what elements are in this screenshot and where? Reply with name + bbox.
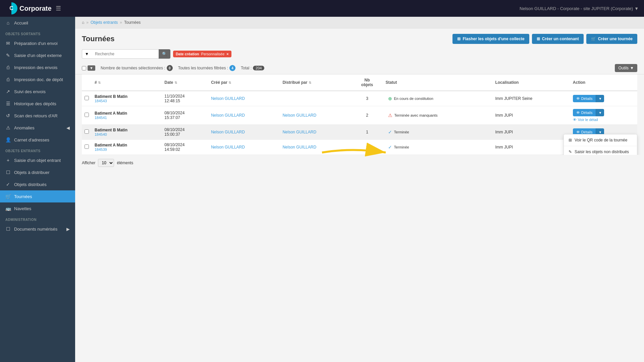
row-checkbox-3[interactable] (82, 125, 92, 140)
sidebar-item-documents[interactable]: ☐ Documents numérisés ▶ (0, 223, 75, 235)
sidebar: ⌂ Accueil OBJETS SORTANTS ✉ Préparation … (0, 17, 75, 362)
action-dropdown-1[interactable]: ▼ (596, 95, 604, 102)
total-label: Total : (241, 66, 252, 70)
home-icon: ⌂ (5, 20, 11, 25)
th-action: Action (570, 74, 637, 91)
row-checkbox-1[interactable] (82, 91, 92, 106)
row-loc-4: Imm JUPI (492, 140, 570, 155)
flash-button[interactable]: ⊞ Flasher les objets d'une collecte (452, 34, 529, 44)
row-checkbox-4[interactable] (82, 140, 92, 155)
sidebar-item-scan-retours[interactable]: ↺ Scan des retours d'AR (0, 110, 75, 122)
creer-tournee-label: Créer une tournée (598, 37, 633, 41)
action-dropdown-2[interactable]: ▼ (596, 109, 604, 116)
row-distribue-3[interactable]: Nelson GUILLARD (280, 125, 351, 140)
th-checkbox (82, 74, 92, 91)
scan-icon: ↺ (5, 113, 11, 118)
th-distribue-par[interactable]: Distribué par ⇅ (280, 74, 351, 91)
bus-icon: 🚌 (5, 206, 11, 211)
sidebar-item-accueil[interactable]: ⌂ Accueil (0, 17, 75, 29)
status-text-4: Terminée (394, 145, 409, 149)
qr-code-item[interactable]: ⊞ Voir le QR code de la tournée (564, 134, 637, 146)
details-button-2[interactable]: 👁 Détails (573, 109, 596, 116)
row-cree-2[interactable]: Nelson GUILLARD (208, 106, 280, 125)
select-dropdown-btn[interactable]: ▼ (88, 65, 95, 71)
sidebar-item-impression-depot[interactable]: ⎙ Impression doc. de dépôt (0, 73, 75, 85)
row-cree-1[interactable]: Nelson GUILLARD (208, 91, 280, 106)
table-row: Batiment A Matin 184541 08/10/202415:37:… (82, 106, 637, 125)
sidebar-item-carnet[interactable]: 👤 Carnet d'adresses (0, 134, 75, 146)
saisir-icon: ✎ (569, 149, 572, 154)
hamburger-icon[interactable]: ☰ (56, 5, 61, 12)
voir-detail-link-2[interactable]: 👁 Voir le détail (573, 118, 635, 122)
row-check-1[interactable] (85, 96, 89, 100)
row-distribue-4[interactable]: Nelson GUILLARD (280, 140, 351, 155)
row-distribue-2[interactable]: Nelson GUILLARD (280, 106, 351, 125)
breadcrumb-home-icon[interactable]: ⌂ (82, 20, 84, 25)
history-icon: ☰ (5, 101, 11, 106)
logo-text: Corporate (19, 5, 52, 12)
tools-label: Outils (618, 66, 629, 70)
select-all-checkbox[interactable] (82, 66, 86, 70)
sidebar-item-saisie-externe[interactable]: ✎ Saisie d'un objet externe (0, 49, 75, 61)
sidebar-item-navettes[interactable]: 🚌 Navettes (0, 202, 75, 215)
row-check-2[interactable] (85, 113, 89, 117)
sidebar-section-entrants: OBJETS ENTRANTS (0, 146, 75, 154)
saisir-objets-item[interactable]: ✎ Saisir les objets non distribués (564, 146, 637, 155)
th-nb-objets: Nbobjets (352, 74, 383, 91)
breadcrumb-objets-entrants[interactable]: Objets entrants (91, 20, 118, 25)
total-badge: 204 (253, 66, 264, 70)
pagination: Afficher 10 5 25 50 éléments (75, 155, 644, 171)
page-size-select[interactable]: 10 5 25 50 (98, 159, 114, 167)
status-text-2: Terminée avec manquants (394, 113, 437, 117)
row-date-3: 08/10/202415:00:37 (162, 125, 208, 140)
breadcrumb: ⌂ » Objets entrants » Tournées (75, 17, 644, 28)
row-action-1: 👁 Détails ▼ (570, 91, 637, 106)
row-nb-3: 1 (352, 125, 383, 140)
row-check-4[interactable] (85, 144, 89, 149)
sidebar-label-objets-distribuer: Objets à distribuer (14, 170, 50, 175)
cart-btn-icon: 🛒 (591, 37, 596, 41)
search-button[interactable]: 🔍 (159, 49, 170, 59)
filter-dropdown-btn[interactable]: ▼ (82, 49, 92, 59)
search-input[interactable] (92, 49, 159, 59)
sidebar-label-saisie-externe: Saisie d'un objet externe (14, 53, 62, 58)
row-cree-3[interactable]: Nelson GUILLARD (208, 125, 280, 140)
tools-button[interactable]: Outils ▼ (615, 64, 637, 72)
sidebar-label-preparation: Préparation d'un envoi (14, 41, 58, 46)
sidebar-item-historique[interactable]: ☰ Historique des dépôts (0, 98, 75, 110)
row-checkbox-2[interactable] (82, 106, 92, 125)
status-text-1: En cours de constitution (394, 97, 433, 101)
row-date-1: 11/10/202412:48:15 (162, 91, 208, 106)
status-icon-2: ⚠ (388, 113, 392, 118)
sidebar-item-suivi-envois[interactable]: ↗ Suivi des envois (0, 85, 75, 98)
sidebar-item-impression-envois[interactable]: ⎙ Impression des envois (0, 61, 75, 73)
th-number[interactable]: # ⇅ (92, 74, 162, 91)
logo[interactable]: C Corporate (5, 2, 52, 14)
check-icon: ✓ (5, 182, 11, 187)
creer-tournee-button[interactable]: 🛒 Créer une tournée (586, 34, 637, 44)
logo-icon: C (5, 2, 17, 14)
table-row: Batiment B Matin 184543 11/10/202412:48:… (82, 91, 637, 106)
details-button-1[interactable]: 👁 Détails (573, 95, 596, 102)
sidebar-item-preparation-envoi[interactable]: ✉ Préparation d'un envoi (0, 37, 75, 49)
th-date[interactable]: Date ⇅ (162, 74, 208, 91)
filter-tag-close-icon[interactable]: × (226, 52, 228, 56)
user-menu[interactable]: Nelson GUILLARD - Corporate - site JUPIT… (520, 6, 639, 11)
table-header-row: # ⇅ Date ⇅ Créé par ⇅ Distribué par ⇅ Nb… (82, 74, 637, 91)
filter-bar: ▼ 🔍 Date création Personnalisée × (75, 49, 644, 62)
voir-detail-row-2: 👁 Voir le détail (573, 118, 635, 122)
afficher-label: Afficher (82, 161, 95, 165)
row-cree-4[interactable]: Nelson GUILLARD (208, 140, 280, 155)
th-cree-par[interactable]: Créé par ⇅ (208, 74, 280, 91)
selection-badge: 0 (167, 65, 173, 71)
sidebar-item-anomalies[interactable]: ⚠ Anomalies ◀ (0, 122, 75, 134)
sidebar-item-objets-distribuer[interactable]: ☐ Objets à distribuer (0, 166, 75, 178)
select-all-area[interactable]: ▼ (82, 65, 95, 71)
sidebar-item-objets-distribues[interactable]: ✓ Objets distribués (0, 178, 75, 190)
sidebar-item-saisie-entrant[interactable]: + Saisie d'un objet entrant (0, 154, 75, 166)
row-check-3[interactable] (85, 129, 89, 134)
print-icon-2: ⎙ (5, 77, 11, 82)
row-statut-2: ⚠ Terminée avec manquants (383, 106, 492, 125)
sidebar-item-tournees[interactable]: 🛒 Tournées (0, 190, 75, 202)
creer-contenant-button[interactable]: ⊞ Créer un contenant (532, 34, 584, 44)
